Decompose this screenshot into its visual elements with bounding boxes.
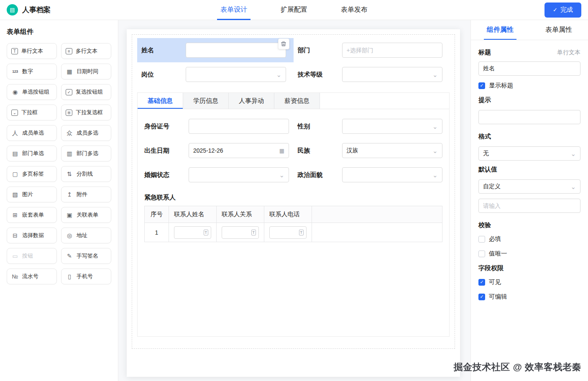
datetime-icon: ▦ [66, 68, 73, 75]
properties-body: 标题 单行文本 ✓ 显示标题 提示 格式 无⌄ 默认值 自定义⌄ 校验 ✓ 必填… [471, 40, 588, 314]
component-divider[interactable]: ⇅分割线 [61, 166, 111, 182]
default-value-input[interactable] [478, 199, 580, 213]
component-dropdown-multi[interactable]: ≣下拉复选框 [61, 105, 111, 120]
tab-extended-config[interactable]: 扩展配置 [277, 0, 311, 20]
trash-icon [281, 41, 286, 47]
calendar-icon: ▦ [279, 148, 284, 154]
component-serial-number[interactable]: №流水号 [7, 268, 57, 284]
finish-button[interactable]: ✓ 完成 [545, 3, 581, 18]
birth-date-input[interactable]: 2025-12-26▦ [189, 143, 289, 158]
visible-checkbox[interactable]: ✓ 可见 [478, 278, 580, 286]
page-tab-salary-info[interactable]: 薪资信息 [274, 93, 320, 109]
radio-group-icon: ◉ [11, 89, 19, 95]
component-address[interactable]: ◎地址 [61, 228, 111, 243]
tab-form-properties[interactable]: 表单属性 [529, 20, 588, 40]
contact-phone-input[interactable]: T [269, 226, 307, 239]
field-department[interactable]: 部门 [294, 38, 450, 62]
component-datetime[interactable]: ▦日期时间 [61, 64, 111, 79]
component-department-single[interactable]: ▤部门单选 [7, 146, 57, 161]
field-position[interactable]: 岗位 ⌄ [137, 62, 294, 87]
field-marital-status[interactable]: 婚姻状态 ⌄ [140, 163, 294, 187]
component-multi-tab[interactable]: ▢多页标签 [7, 166, 57, 182]
component-multi-line-text[interactable]: ≡多行文本 [61, 43, 111, 59]
header: ▤ 人事档案 表单设计 扩展配置 表单发布 ✓ 完成 [0, 0, 588, 20]
default-value-section-label: 默认值 [478, 166, 497, 173]
component-attachment[interactable]: ↥附件 [61, 187, 111, 202]
page-tab-hr-changes[interactable]: 人事异动 [229, 93, 274, 109]
field-department-label: 部门 [298, 46, 342, 54]
format-select[interactable]: 无⌄ [478, 146, 580, 161]
hint-input[interactable] [478, 110, 580, 124]
component-phone[interactable]: ▯手机号 [61, 268, 111, 284]
checkbox-checked-icon: ✓ [478, 279, 485, 286]
contact-name-input[interactable]: T [174, 226, 211, 239]
component-number[interactable]: 123数字 [7, 64, 57, 79]
component-member-multi[interactable]: 众成员多选 [61, 125, 111, 141]
field-name[interactable]: 姓名 [137, 38, 294, 62]
tab-form-publish[interactable]: 表单发布 [337, 0, 371, 20]
tab-component-properties[interactable]: 组件属性 [471, 20, 529, 40]
hint-section-label: 提示 [478, 96, 491, 103]
default-value-select[interactable]: 自定义⌄ [478, 179, 580, 194]
page-tab-education-info[interactable]: 学历信息 [183, 93, 229, 109]
id-number-input[interactable] [189, 119, 289, 134]
required-checkbox[interactable]: ✓ 必填 [478, 235, 580, 243]
dropdown-icon: ⌄ [11, 110, 18, 116]
title-input[interactable] [478, 61, 580, 76]
department-single-icon: ▤ [11, 150, 19, 157]
department-picker[interactable] [342, 43, 442, 58]
component-linked-form[interactable]: ▣关联表单 [61, 207, 111, 223]
position-select[interactable]: ⌄ [186, 67, 286, 82]
field-political-status[interactable]: 政治面貌 ⌄ [294, 163, 447, 187]
select-data-icon: ⊟ [11, 232, 19, 239]
phone-icon: ▯ [66, 273, 73, 280]
field-tech-level[interactable]: 技术等级 ⌄ [294, 62, 450, 87]
component-checkbox-group[interactable]: ✓复选按钮组 [61, 84, 111, 100]
form-design-zone[interactable]: 姓名 部门 岗位 ⌄ [132, 34, 455, 349]
signature-icon: ✎ [66, 253, 73, 259]
component-dropdown[interactable]: ⌄下拉框 [7, 105, 57, 120]
tech-level-select[interactable]: ⌄ [342, 67, 442, 82]
name-input[interactable] [186, 43, 286, 58]
delete-field-button[interactable] [278, 38, 289, 49]
tab-form-design[interactable]: 表单设计 [217, 0, 251, 20]
field-political-status-label: 政治面貌 [298, 171, 342, 179]
component-member-single[interactable]: 人成员单选 [7, 125, 57, 141]
show-title-checkbox[interactable]: ✓ 显示标题 [478, 82, 580, 89]
marital-status-select[interactable]: ⌄ [189, 167, 289, 182]
column-header-index: 序号 [145, 206, 169, 223]
field-gender[interactable]: 性别 ⌄ [294, 114, 447, 138]
checkbox-group-icon: ✓ [66, 89, 72, 95]
checkbox-checked-icon: ✓ [478, 82, 485, 89]
field-ethnicity-label: 民族 [298, 147, 342, 155]
component-nested-form[interactable]: ⊞嵌套表单 [7, 207, 57, 223]
editable-checkbox[interactable]: ✓ 可编辑 [478, 293, 580, 301]
contact-relation-input[interactable]: T [222, 226, 259, 239]
component-select-data[interactable]: ⊟选择数据 [7, 228, 57, 243]
chevron-down-icon: ⌄ [570, 151, 576, 157]
component-image[interactable]: ▧图片 [7, 187, 57, 202]
component-radio-group[interactable]: ◉单选按钮组 [7, 84, 57, 100]
unique-value-checkbox[interactable]: ✓ 值唯一 [478, 250, 580, 258]
checkbox-checked-icon: ✓ [478, 294, 485, 300]
political-status-select[interactable]: ⌄ [342, 167, 442, 182]
properties-tab-bar: 组件属性 表单属性 [471, 20, 588, 40]
component-single-line-text[interactable]: T单行文本 [7, 43, 57, 59]
component-signature[interactable]: ✎手写签名 [61, 248, 111, 264]
image-icon: ▧ [11, 191, 19, 198]
component-panel-title: 表单组件 [7, 28, 111, 36]
page-tab-basic-info[interactable]: 基础信息 [138, 93, 183, 109]
column-header-contact-name: 联系人姓名 [169, 206, 217, 223]
member-single-icon: 人 [11, 130, 19, 136]
field-birth-date[interactable]: 出生日期 2025-12-26▦ [140, 138, 294, 163]
page-tab-panel: 身份证号 性别 ⌄ 出生日期 2025-12-26▦ [138, 109, 449, 247]
multi-tab-widget[interactable]: 基础信息 学历信息 人事异动 薪资信息 身份证号 性别 [137, 92, 450, 337]
ethnicity-select[interactable]: 汉族⌄ [342, 143, 442, 158]
gender-select[interactable]: ⌄ [342, 119, 442, 134]
field-ethnicity[interactable]: 民族 汉族⌄ [294, 138, 447, 163]
field-id-number[interactable]: 身份证号 [140, 114, 294, 138]
watermark: 掘金技术社区 @ 效率客栈老秦 [454, 361, 581, 373]
row-filler-cell [312, 223, 442, 242]
component-department-multi[interactable]: ▥部门多选 [61, 146, 111, 161]
field-position-label: 岗位 [141, 71, 186, 79]
